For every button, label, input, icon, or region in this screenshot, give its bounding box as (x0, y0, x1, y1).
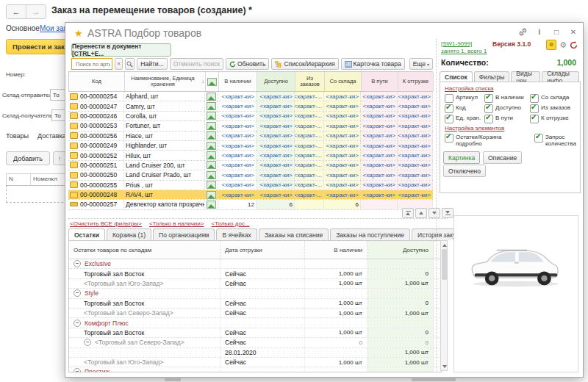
checkbox-artikul[interactable] (445, 94, 453, 103)
clear-all-filters-link[interactable]: <Очистить ВСЕ фильтры> (70, 220, 142, 227)
checkbox-v-nalichii[interactable] (484, 94, 493, 103)
clear-search-icon[interactable]: ✕ (115, 58, 123, 70)
stock-row[interactable]: Торговый зал ВостокСейчас1,000 шт0 (69, 269, 441, 278)
bg-grid-empty-cell[interactable] (6, 185, 71, 203)
col-stock-avail[interactable]: В наличии (305, 241, 368, 259)
refresh-button[interactable]: Обновить (226, 58, 270, 70)
stock-row[interactable]: <Торговый зал Юго-Запад>Сейчас1,000 шт1,… (69, 358, 441, 367)
view-picture-button[interactable]: Картинка (443, 151, 480, 164)
stock-row[interactable]: <Торговый зал Северо-Запад>Сейчас1,000 ш… (69, 309, 441, 318)
only-in-stock-link[interactable]: <Только в наличии> (149, 220, 204, 227)
product-row-selected[interactable]: 00-00000248 RAV4, шт <характ-ки><характ-… (68, 190, 433, 200)
col-avail[interactable]: В наличии (219, 72, 257, 91)
reload-service-icon[interactable] (570, 41, 578, 49)
checkbox-ostatki-podrobno[interactable] (445, 134, 453, 143)
session-count-link[interactable]: занято 1, всего 1 (441, 48, 487, 54)
stock-row[interactable]: Торговый зал ВостокСейчас1,000 шт0 (69, 328, 441, 338)
tab-ostatki[interactable]: Остатки (68, 228, 105, 240)
gear-icon[interactable]: ⚙ (559, 41, 567, 49)
element-settings-title[interactable]: Настройка элементов (445, 125, 504, 131)
col-stock-free[interactable]: Доступно (368, 241, 434, 259)
checkbox-kod[interactable] (445, 104, 453, 113)
collapse-icon[interactable] (74, 260, 81, 267)
add-button[interactable]: Добавить (6, 151, 50, 165)
col-stock[interactable]: Со склада (325, 72, 362, 91)
stock-row[interactable]: 28.01.20201,000 шт (69, 348, 441, 358)
product-row[interactable]: 00-00000253 Fortuner, шт <характ-ки><хар… (68, 121, 433, 131)
collapse-icon[interactable] (74, 289, 81, 297)
product-row[interactable]: 00-00000247 Camry, шт <характ-ки><характ… (68, 101, 433, 111)
stock-group-row[interactable]: Комфорт Плюс (69, 318, 441, 328)
product-row[interactable]: 00-00000249 Highlander, шт <характ-ки><х… (68, 141, 433, 151)
transfer-to-document-button[interactable]: Перенести в документ [CTRL+E... (71, 43, 171, 57)
tab-filtry[interactable]: Фильтры (474, 71, 510, 82)
get-link-icon[interactable] (517, 26, 528, 37)
scroll-up-button[interactable] (415, 208, 427, 218)
back-button[interactable]: ← (7, 5, 26, 18)
service-status-icon[interactable]: ⚙ (546, 40, 556, 50)
search-settings-icon[interactable] (125, 58, 135, 70)
only-available-link[interactable]: <Только дос... (211, 220, 249, 227)
checkbox-k-otgruzke[interactable] (530, 115, 539, 123)
stock-group-row[interactable]: Exclusive (69, 259, 441, 269)
favorite-star-icon[interactable]: ★ (74, 28, 83, 39)
tab-vidy-cen[interactable]: Виды цен (511, 71, 540, 82)
tab-tovary[interactable]: Товары (6, 132, 29, 140)
collapse-icon[interactable] (74, 368, 81, 372)
list-hierarchy-button[interactable]: Список/Иерархия (271, 58, 338, 70)
search-input[interactable] (74, 60, 112, 68)
product-row[interactable]: 00-00000251 Land Cruiser 200, шт <характ… (68, 161, 433, 170)
more-button[interactable]: Еще▾ (409, 58, 433, 70)
find-button[interactable]: Найти... (137, 58, 167, 70)
stock-row[interactable]: Торговый зал ВостокСейчас1,000 шт0 (69, 299, 441, 309)
view-off-button[interactable]: Отключено (443, 165, 486, 177)
col-code[interactable]: Код (69, 72, 125, 91)
checkbox-zapros-kolichestva[interactable] (534, 134, 543, 143)
product-row[interactable]: 00-00000250 Land Cruiser Prado, шт <хара… (68, 170, 433, 180)
col-transit[interactable]: В пути (362, 72, 398, 91)
product-card-button[interactable]: Карточка товара (341, 58, 405, 70)
col-ship[interactable]: К отгрузке (398, 72, 434, 91)
session-link[interactable]: [SW1-9099] (441, 40, 472, 47)
product-row[interactable]: 00-00000252 Hilux, шт <характ-ки><характ… (68, 151, 433, 160)
product-row[interactable]: 00-00000254 Alphard, шт <характ-ки><хара… (68, 92, 433, 101)
tab-osnovnoe[interactable]: Основное (6, 24, 40, 32)
cancel-search-button[interactable]: Отменить поиск (170, 58, 223, 70)
product-row[interactable]: 00-00000257 Девлектор капота прозрачный,… (68, 200, 433, 209)
tab-po-organizaciyam[interactable]: По организациям (153, 228, 215, 240)
checkbox-iz-zakazov[interactable] (530, 104, 539, 113)
collapse-icon[interactable] (74, 320, 81, 327)
checkbox-v-puti[interactable] (484, 115, 493, 123)
scroll-to-top-button[interactable] (402, 208, 414, 218)
checkbox-so-sklada[interactable] (530, 94, 539, 103)
view-description-button[interactable]: Описание (483, 151, 522, 164)
maximize-icon[interactable]: □ (551, 26, 562, 37)
collapse-icon[interactable] (84, 339, 91, 346)
col-picture[interactable] (206, 72, 219, 91)
list-settings-title[interactable]: Настройка списка (445, 85, 494, 92)
stock-row[interactable]: <Торговый зал Северо-Запад>Сейчас00 (69, 338, 441, 347)
tab-korzina[interactable]: Корзина (1) (107, 228, 151, 240)
tab-v-yacheikah[interactable]: В ячейках (216, 228, 257, 240)
tab-dostavka[interactable]: Доставка (37, 132, 66, 140)
info-icon[interactable]: i (534, 26, 545, 37)
stock-group-row[interactable]: Престиж (69, 367, 441, 372)
stock-group-row[interactable]: Style (69, 289, 441, 298)
product-row[interactable]: 00-00000256 Hiace, шт <характ-ки><характ… (68, 131, 433, 141)
col-orders[interactable]: Из заказов (295, 72, 325, 91)
close-icon[interactable]: ✕ (568, 26, 578, 37)
product-row[interactable]: 00-00000246 Corolla, шт <характ-ки><хара… (68, 112, 433, 121)
col-name[interactable]: Наименование, Единица хранения↓ (125, 72, 206, 91)
tab-spisok[interactable]: Список (440, 71, 473, 82)
col-stock-name[interactable]: Остатки товаров по складам (69, 241, 220, 259)
checkbox-ed-hran[interactable] (445, 115, 453, 123)
forward-button[interactable]: → (26, 5, 46, 18)
col-ship-date[interactable]: Дата отгрузки (220, 241, 305, 259)
stock-row[interactable]: <Торговый зал Юго-Запад>Сейчас1,000 шт1,… (69, 279, 441, 289)
product-row[interactable]: 00-00000255 Prius , шт <характ-ки><харак… (68, 181, 433, 190)
tab-sklady-info[interactable]: Склады инфо (542, 71, 579, 82)
checkbox-dostupno[interactable] (484, 104, 493, 113)
col-free[interactable]: Доступно (257, 72, 295, 91)
tab-zakazy-spisanie[interactable]: Заказы на списание (259, 228, 329, 240)
tab-zakazy-postuplenie[interactable]: Заказы на поступление (330, 228, 410, 240)
